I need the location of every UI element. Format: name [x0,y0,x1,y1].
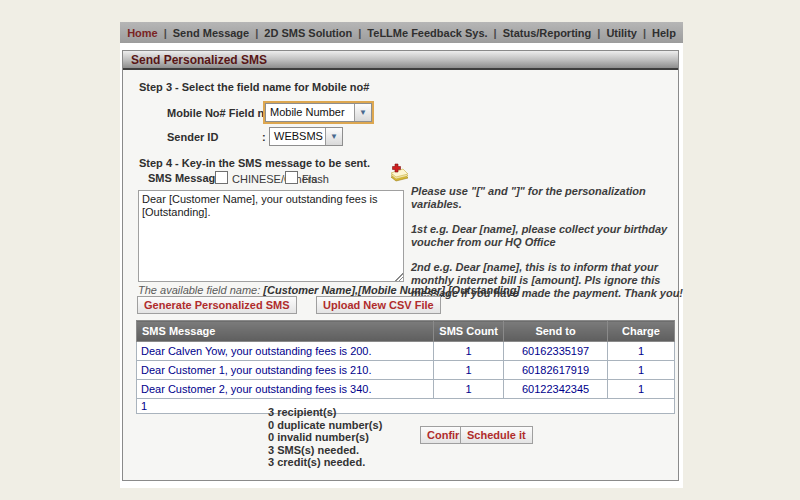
textarea-resize-grip[interactable] [395,273,403,281]
nav-separator: | [355,27,364,39]
mobile-field-value: Mobile Number [266,104,354,121]
nav-separator: | [491,27,500,39]
top-navbar: Home | Send Message | 2D SMS Solution | … [120,22,683,43]
sender-id-label: Sender ID [167,131,218,143]
nav-item-help[interactable]: Help [649,27,679,39]
summary-block: 3 recipient(s) 0 duplicate number(s) 0 i… [268,406,382,469]
cell-send-to: 60122342345 [504,380,608,399]
sms-message-label: SMS Message: [148,172,225,184]
available-fields-values: [Customer Name],[Mobile Number],[Outstan… [263,284,520,296]
nav-separator: | [594,27,603,39]
cell-charge: 1 [608,342,675,361]
sender-id-value: WEBSMS [270,128,325,145]
table-row: Dear Customer 1, your outstanding fees i… [137,361,675,380]
flash-checkbox[interactable] [285,171,298,184]
table-row: Dear Customer 2, your outstanding fees i… [137,380,675,399]
cell-message: Dear Customer 1, your outstanding fees i… [137,361,434,380]
instruction-line-1: Please use "[" and "]" for the personali… [411,185,693,211]
cell-send-to: 60162335197 [504,342,608,361]
generate-personalized-sms-button[interactable]: Generate Personalized SMS [137,296,297,314]
nav-item-status-reporting[interactable]: Status/Reporting [500,27,595,39]
instruction-line-2: 1st e.g. Dear [name], please collect you… [411,223,693,249]
summary-duplicates: 0 duplicate number(s) [268,419,382,432]
cell-send-to: 60182617919 [504,361,608,380]
step4-heading: Step 4 - Key-in the SMS message to be se… [139,157,370,169]
nav-separator: | [252,27,261,39]
pagination-row: 1 [137,399,675,414]
summary-credits-needed: 3 credit(s) needed. [268,456,382,469]
chinese-others-checkbox[interactable] [215,171,228,184]
cell-message: Dear Calven Yow, your outstanding fees i… [137,342,434,361]
sender-id-select[interactable]: WEBSMS ▼ [269,127,343,146]
nav-item-send-message[interactable]: Send Message [170,27,252,39]
upload-new-csv-button[interactable]: Upload New CSV File [316,296,441,314]
flash-label: Flash [302,173,329,185]
available-fields-label: The available field name: [138,284,260,296]
nav-item-utility[interactable]: Utility [603,27,640,39]
page-title: Send Personalized SMS [131,53,267,67]
add-template-icon[interactable] [387,161,411,185]
summary-recipients: 3 recipient(s) [268,406,382,419]
nav-item-2d-sms-solution[interactable]: 2D SMS Solution [261,27,355,39]
available-fields-line: The available field name: [Customer Name… [138,284,520,296]
table-header-row: SMS Message SMS Count Send to Charge [137,321,675,342]
sms-table: SMS Message SMS Count Send to Charge Dea… [136,320,675,414]
col-header-send-to: Send to [504,321,608,342]
cell-count: 1 [434,380,504,399]
chevron-down-icon[interactable]: ▼ [354,104,371,121]
send-personalized-sms-panel: Send Personalized SMS Step 3 - Select th… [122,50,679,481]
panel-header: Send Personalized SMS [123,51,678,70]
pagination-page-1[interactable]: 1 [137,399,675,414]
nav-item-tellme-feedback[interactable]: TeLLMe Feedback Sys. [364,27,490,39]
col-header-sms-message: SMS Message [137,321,434,342]
cell-count: 1 [434,361,504,380]
cell-charge: 1 [608,361,675,380]
table-row: Dear Calven Yow, your outstanding fees i… [137,342,675,361]
page: Home | Send Message | 2D SMS Solution | … [120,22,683,488]
col-header-charge: Charge [608,321,675,342]
cell-count: 1 [434,342,504,361]
sender-id-colon: : [262,131,266,143]
cell-charge: 1 [608,380,675,399]
nav-item-home[interactable]: Home [124,27,161,39]
nav-separator: | [161,27,170,39]
step3-heading: Step 3 - Select the field name for Mobil… [139,81,369,93]
mobile-field-select[interactable]: Mobile Number ▼ [265,103,372,122]
nav-separator: | [640,27,649,39]
cell-message: Dear Customer 2, your outstanding fees i… [137,380,434,399]
sms-message-textarea[interactable]: Dear [Customer Name], your outstanding f… [138,190,404,282]
schedule-it-button[interactable]: Schedule it [460,426,533,444]
summary-sms-needed: 3 SMS(s) needed. [268,444,382,457]
col-header-sms-count: SMS Count [434,321,504,342]
summary-invalid: 0 invalid number(s) [268,431,382,444]
chevron-down-icon[interactable]: ▼ [325,128,342,145]
